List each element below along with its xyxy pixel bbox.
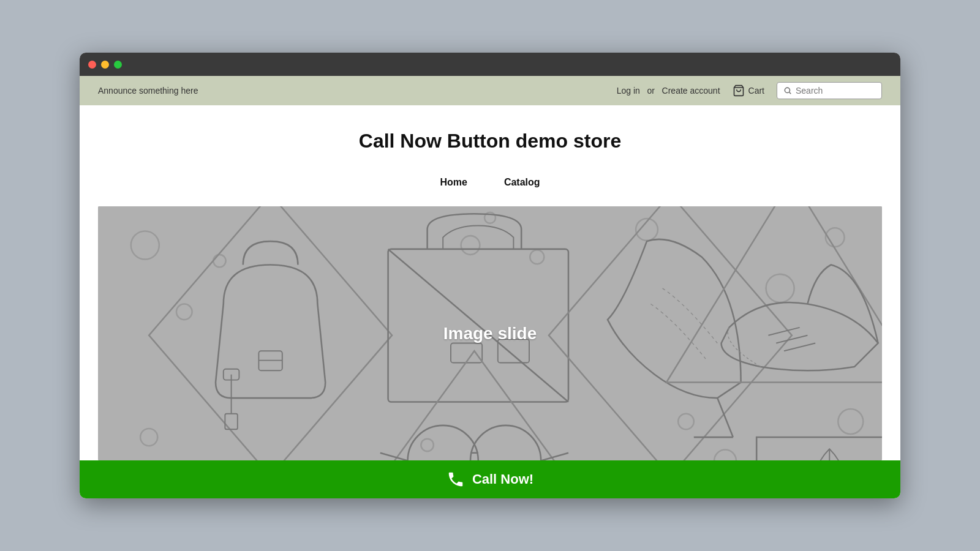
cart-icon: [733, 84, 745, 97]
announcement-bar: Announce something here Log in or Create…: [80, 76, 900, 105]
call-now-bar[interactable]: Call Now!: [80, 460, 900, 498]
store-title-section: Call Now Button demo store: [80, 105, 900, 165]
search-icon: [783, 86, 792, 95]
browser-window: Announce something here Log in or Create…: [80, 53, 900, 498]
nav-item-home[interactable]: Home: [440, 177, 467, 188]
svg-point-1: [785, 88, 790, 92]
svg-line-2: [790, 92, 791, 94]
nav-bar: Home Catalog: [80, 165, 900, 206]
announcement-text: Announce something here: [98, 86, 198, 96]
nav-item-catalog[interactable]: Catalog: [504, 177, 540, 188]
search-input[interactable]: [796, 86, 875, 96]
title-bar: [80, 53, 900, 76]
maximize-button[interactable]: [114, 61, 122, 69]
auth-links[interactable]: Log in or Create account: [617, 86, 720, 96]
phone-icon: [447, 470, 465, 489]
cart-label: Cart: [748, 86, 764, 96]
cart-button[interactable]: Cart: [733, 84, 764, 97]
hero-slide: Image slide: [98, 206, 882, 460]
call-now-label: Call Now!: [472, 471, 533, 487]
login-link[interactable]: Log in: [617, 86, 640, 96]
close-button[interactable]: [88, 61, 96, 69]
create-account-link[interactable]: Create account: [662, 86, 720, 96]
minimize-button[interactable]: [101, 61, 109, 69]
store-title: Call Now Button demo store: [98, 130, 882, 152]
search-box[interactable]: [777, 82, 882, 99]
main-content: Call Now Button demo store Home Catalog: [80, 105, 900, 460]
hero-slide-label: Image slide: [443, 324, 537, 343]
header-right: Log in or Create account Cart: [617, 82, 882, 99]
